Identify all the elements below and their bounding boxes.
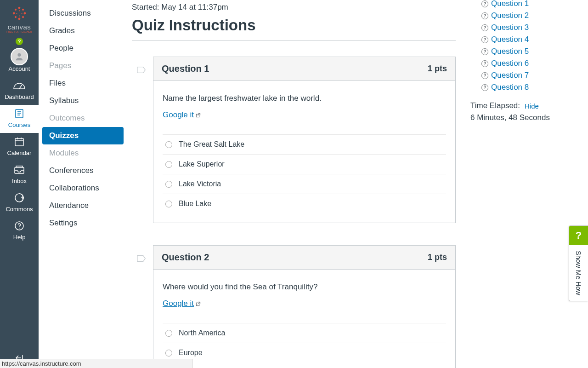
svg-point-6	[15, 16, 17, 18]
svg-point-12	[17, 53, 21, 57]
course-nav-item-discussions[interactable]: Discussions	[42, 5, 124, 22]
course-nav-item-people[interactable]: People	[42, 40, 124, 57]
question-number: Question 2	[162, 252, 209, 263]
course-nav-item-attendance[interactable]: Attendance	[42, 197, 124, 214]
question-number: Question 1	[162, 63, 209, 74]
radio-icon[interactable]	[165, 350, 172, 356]
nav-calendar-label: Calendar	[7, 150, 32, 156]
question-nav-label: Question 8	[491, 83, 529, 92]
question-nav-label: Question 1	[491, 0, 529, 8]
question-nav-label: Question 5	[491, 47, 529, 56]
svg-point-5	[22, 9, 24, 11]
app-root: canvas FREE FOR TEACHER ? Account Dashbo…	[0, 0, 588, 368]
svg-point-4	[15, 9, 17, 11]
svg-line-38	[198, 302, 200, 305]
canvas-logo-icon	[11, 6, 27, 21]
nav-courses-label: Courses	[8, 121, 30, 128]
nav-dashboard[interactable]: Dashboard	[0, 77, 39, 105]
answer-label: The Great Salt Lake	[179, 140, 244, 149]
calendar-icon	[14, 136, 25, 148]
nav-dashboard-label: Dashboard	[5, 93, 34, 100]
question-points: 1 pts	[428, 64, 447, 74]
question-2: Question 21 ptsWhere would you find the …	[153, 245, 456, 368]
main-content: Started: May 14 at 11:37pm Quiz Instruct…	[127, 0, 467, 368]
radio-icon[interactable]	[165, 201, 172, 207]
answer-label: Lake Victoria	[179, 180, 221, 188]
course-nav-item-grades[interactable]: Grades	[42, 22, 124, 40]
svg-point-10	[16, 13, 17, 14]
course-nav-item-outcomes[interactable]: Outcomes	[42, 109, 124, 127]
brand-name: canvas	[8, 23, 31, 31]
show-me-how-tab[interactable]: ? Show Me How	[569, 225, 588, 301]
avatar-icon	[11, 48, 28, 65]
inbox-icon	[13, 164, 25, 176]
question-nav-link[interactable]: ?Question 2	[470, 10, 581, 22]
course-nav: DiscussionsGradesPeoplePagesFilesSyllabu…	[39, 0, 127, 368]
course-nav-item-pages[interactable]: Pages	[42, 57, 124, 75]
question-status-icon: ?	[481, 0, 488, 7]
course-nav-item-collaborations[interactable]: Collaborations	[42, 179, 124, 197]
answer-option[interactable]: Blue Lake	[163, 194, 446, 213]
svg-point-0	[18, 7, 21, 9]
nav-inbox[interactable]: Inbox	[0, 161, 39, 189]
course-nav-item-syllabus[interactable]: Syllabus	[42, 92, 124, 109]
answer-option[interactable]: Lake Superior	[163, 154, 446, 174]
nav-inbox-label: Inbox	[12, 178, 27, 184]
help-icon	[14, 220, 25, 232]
answer-label: Blue Lake	[179, 200, 211, 208]
nav-help[interactable]: Help	[0, 217, 39, 245]
answer-label: North America	[179, 329, 225, 337]
svg-point-7	[22, 16, 24, 18]
brand-logo: canvas FREE FOR TEACHER	[6, 0, 32, 36]
courses-icon	[14, 108, 25, 120]
question-nav-link[interactable]: ?Question 1	[470, 0, 581, 10]
question-nav-label: Question 3	[491, 23, 529, 32]
course-nav-item-quizzes[interactable]: Quizzes	[42, 127, 124, 144]
question-nav-link[interactable]: ?Question 7	[470, 70, 581, 82]
radio-icon[interactable]	[165, 161, 172, 168]
answer-option[interactable]: Europe	[163, 343, 446, 362]
nav-account[interactable]: Account	[0, 47, 39, 77]
question-status-icon: ?	[481, 84, 488, 91]
question-nav-label: Question 2	[491, 11, 529, 20]
radio-icon[interactable]	[165, 330, 172, 337]
svg-point-9	[19, 15, 20, 16]
nav-commons[interactable]: Commons	[0, 189, 39, 217]
answer-option[interactable]: North America	[163, 323, 446, 343]
question-nav-link[interactable]: ?Question 3	[470, 22, 581, 34]
course-nav-item-settings[interactable]: Settings	[42, 214, 124, 232]
question-nav-link[interactable]: ?Question 6	[470, 58, 581, 70]
question-nav-link[interactable]: ?Question 5	[470, 46, 581, 58]
svg-point-3	[24, 12, 26, 15]
question-nav-link[interactable]: ?Question 8	[470, 82, 581, 94]
nav-calendar[interactable]: Calendar	[0, 133, 39, 161]
answer-label: Lake Superior	[179, 160, 225, 168]
course-nav-item-modules[interactable]: Modules	[42, 144, 124, 162]
svg-rect-15	[16, 109, 23, 118]
google-it-link[interactable]: Google it	[163, 110, 201, 120]
question-nav-label: Question 4	[491, 35, 529, 44]
dashboard-icon	[13, 80, 26, 92]
question-status-icon: ?	[481, 72, 488, 79]
question-text: Name the largest freshwater lake in the …	[163, 94, 446, 103]
course-nav-item-conferences[interactable]: Conferences	[42, 162, 124, 179]
question-status-icon: ?	[481, 36, 488, 43]
google-it-link[interactable]: Google it	[163, 299, 201, 308]
radio-icon[interactable]	[165, 181, 172, 188]
svg-line-13	[19, 85, 22, 89]
question-nav-link[interactable]: ?Question 4	[470, 34, 581, 46]
radio-icon[interactable]	[165, 141, 172, 148]
nav-courses[interactable]: Courses	[0, 105, 39, 133]
started-time: Started: May 14 at 11:37pm	[132, 3, 456, 12]
svg-point-11	[21, 13, 22, 14]
svg-point-8	[19, 10, 20, 11]
external-link-icon	[196, 301, 201, 307]
flag-icon[interactable]	[136, 254, 147, 263]
course-nav-item-files[interactable]: Files	[42, 75, 124, 92]
show-me-how-icon: ?	[569, 226, 588, 245]
flag-icon[interactable]	[136, 66, 147, 74]
answer-option[interactable]: Lake Victoria	[163, 174, 446, 194]
notification-badge[interactable]: ?	[16, 38, 23, 45]
answer-option[interactable]: The Great Salt Lake	[163, 134, 446, 154]
hide-timer-link[interactable]: Hide	[525, 102, 539, 110]
